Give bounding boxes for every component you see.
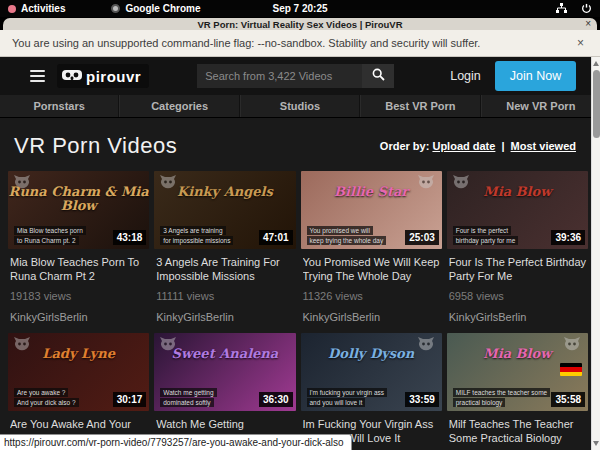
video-thumbnail[interactable]: Mia Blow Four is the perfectbirthday par… [447,171,588,249]
video-duration: 43:18 [113,230,147,245]
video-duration: 47:01 [259,230,293,245]
video-thumbnail[interactable]: Kinky Angels 3 Angels are trainingfor im… [154,171,295,249]
thumbnail-model-name: Dolly Dyson [301,347,442,361]
video-title[interactable]: Mia Blow Teaches Porn To Runa Charm Pt 2 [10,256,149,284]
video-studio[interactable]: KinkyGirlsBerlin [156,311,295,323]
status-bar-url: https://pirouvr.com/vr-porn-video/779325… [0,434,352,450]
video-studio[interactable]: KinkyGirlsBerlin [10,311,149,323]
active-app-button[interactable]: Google Chrome [111,3,200,14]
video-duration: 35:58 [551,392,585,407]
video-studio[interactable]: KinkyGirlsBerlin [303,311,442,323]
video-card[interactable]: Kinky Angels 3 Angels are trainingfor im… [154,171,295,333]
activities-label: Activities [21,3,65,14]
video-duration: 39:36 [551,230,585,245]
video-title[interactable]: 3 Angels Are Training For Impossible Mis… [156,256,295,284]
power-icon[interactable] [581,3,592,14]
logo-text: pirouvr [86,68,141,85]
tab-close-icon[interactable]: × [585,18,591,29]
video-title[interactable]: You Promised We Will Keep Trying The Who… [303,256,442,284]
order-by: Order by: Upload date | Most viewed [380,140,576,152]
site-logo[interactable]: pirouvr [57,64,149,88]
browser-tab[interactable]: VR Porn: Virtual Reality Sex Videos | Pi… [3,18,597,30]
order-by-label: Order by: [380,140,430,152]
video-duration: 36:30 [259,392,293,407]
video-grid: Runa Charm & Mia Blow Mia Blow teaches p… [0,169,600,450]
video-card[interactable]: Billie Star You promised we willkeep try… [301,171,442,333]
thumbnail-model-name: Runa Charm & Mia Blow [8,185,149,212]
video-views: 19183 views [10,290,149,302]
thumbnail-caption: Watch me gettingdominated softly [160,388,216,407]
tab-title: VR Porn: Virtual Reality Sex Videos | Pi… [197,19,402,30]
scrollbar-thumb[interactable] [593,70,600,138]
nav-item-studios[interactable]: Studios [240,95,360,117]
search-button[interactable] [362,64,394,88]
thumbnail-model-name: Kinky Angels [154,185,295,199]
thumbnail-caption: MILF teaches the teacher somepractical b… [453,388,550,407]
nav-item-pornstars[interactable]: Pornstars [0,95,119,117]
video-card[interactable]: Sweet Analena Watch me gettingdominated … [154,333,295,450]
order-by-separator: | [498,140,507,152]
login-link[interactable]: Login [450,69,481,83]
thumbnail-model-name: Sweet Analena [154,347,295,361]
video-card[interactable]: Mia Blow MILF teaches the teacher somepr… [447,333,588,450]
tab-strip: VR Porn: Virtual Reality Sex Videos | Pi… [0,17,600,30]
warning-close-icon[interactable]: × [577,36,588,50]
video-views: 11111 views [156,290,295,302]
video-views: 6958 views [449,290,588,302]
video-duration: 25:03 [405,230,439,245]
warning-text: You are using an unsupported command-lin… [12,37,480,49]
screen: Activities Google Chrome Sep 7 20:25 VR … [0,0,600,450]
video-card[interactable]: Mia Blow Four is the perfectbirthday par… [447,171,588,333]
thumbnail-model-name: Billie Star [301,185,442,199]
network-icon[interactable] [556,3,567,14]
video-thumbnail[interactable]: Runa Charm & Mia Blow Mia Blow teaches p… [8,171,149,249]
video-duration: 30:17 [113,392,147,407]
join-now-button[interactable]: Join Now [495,61,576,91]
thumbnail-caption: Four is the perfectbirthday party for me [453,226,519,245]
video-title[interactable]: Four Is The Perfect Birthday Party For M… [449,256,588,284]
site-header: pirouvr Login Join Now [0,57,600,95]
scrollbar[interactable] [591,57,600,450]
search-input[interactable] [197,64,362,88]
order-by-upload-date-link[interactable]: Upload date [432,140,495,152]
chrome-icon [111,4,120,13]
notification-dot-icon [8,5,16,13]
thumbnail-caption: Are you awake ?And your dick also ? [14,388,79,407]
order-by-most-viewed-link[interactable]: Most viewed [511,140,576,152]
german-flag-icon [560,363,582,376]
video-thumbnail[interactable]: Billie Star You promised we willkeep try… [301,171,442,249]
nav-item-new-vr-porn[interactable]: New VR Porn [481,95,600,117]
main-nav: Pornstars Categories Studios Best VR Por… [0,95,600,118]
search-icon [372,68,385,84]
thumbnail-caption: Mia Blow teaches pornto Runa Charm pt. 2 [14,226,86,245]
video-thumbnail[interactable]: Dolly Dyson I'm fucking your virgin assa… [301,333,442,411]
thumbnail-caption: I'm fucking your virgin assand you will … [307,388,388,407]
video-thumbnail[interactable]: Lady Lyne Are you awake ?And your dick a… [8,333,149,411]
video-card[interactable]: Dolly Dyson I'm fucking your virgin assa… [301,333,442,450]
video-card[interactable]: Runa Charm & Mia Blow Mia Blow teaches p… [8,171,149,333]
search-bar [197,64,394,88]
clock[interactable]: Sep 7 20:25 [0,3,600,14]
thumbnail-model-name: Mia Blow [447,185,588,199]
vr-goggles-icon [62,67,82,85]
thumbnail-model-name: Lady Lyne [8,347,149,361]
video-views: 11326 views [303,290,442,302]
thumbnail-caption: You promised we willkeep trying the whol… [307,226,387,245]
video-thumbnail[interactable]: Mia Blow MILF teaches the teacher somepr… [447,333,588,411]
nav-item-best-vr-porn[interactable]: Best VR Porn [360,95,480,117]
video-thumbnail[interactable]: Sweet Analena Watch me gettingdominated … [154,333,295,411]
menu-icon[interactable] [30,70,45,82]
page-title: VR Porn Videos [14,133,177,159]
thumbnail-model-name: Mia Blow [447,347,588,361]
activities-button[interactable]: Activities [8,3,65,14]
warning-infobar: You are using an unsupported command-lin… [0,30,600,57]
video-studio[interactable]: KinkyGirlsBerlin [449,311,588,323]
video-duration: 33:59 [405,392,439,407]
nav-item-categories[interactable]: Categories [119,95,239,117]
scrollbar-down-icon[interactable] [593,441,599,446]
system-top-bar: Activities Google Chrome Sep 7 20:25 [0,0,600,17]
video-title[interactable]: Milf Teaches The Teacher Some Practical … [449,418,588,446]
scrollbar-up-icon[interactable] [593,61,599,66]
video-card[interactable]: Lady Lyne Are you awake ?And your dick a… [8,333,149,450]
thumbnail-caption: 3 Angels are trainingfor impossible miss… [160,226,233,245]
